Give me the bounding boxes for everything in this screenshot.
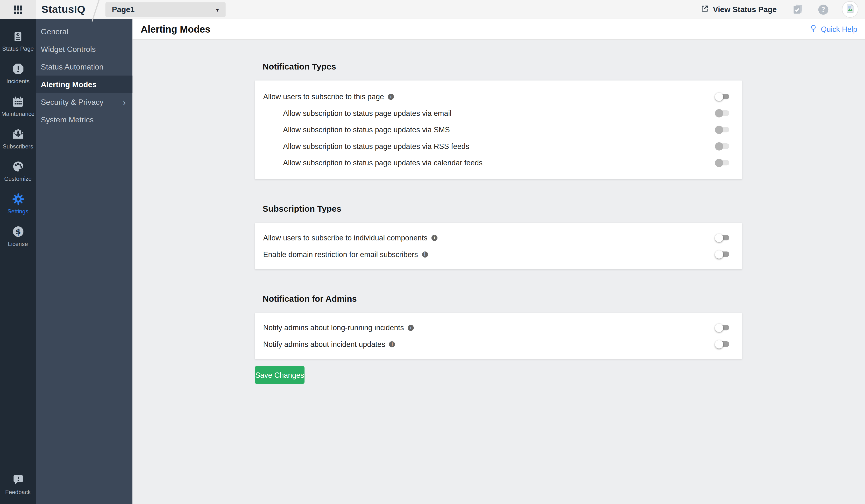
rail-item-status-page[interactable]: Status Page	[0, 25, 36, 57]
settings-sidebar: GeneralWidget ControlsStatus AutomationA…	[36, 19, 132, 504]
app-grid-button[interactable]	[0, 0, 36, 19]
settings-nav-item-label: Alerting Modes	[41, 80, 96, 89]
rail-item-label: Subscribers	[3, 143, 33, 149]
section-title: Notification Types	[263, 62, 865, 72]
toggle-allow-subscription-to-status-page-updates-via-email[interactable]	[716, 110, 729, 116]
left-rail: Status PageIncidentsMaintenanceSubscribe…	[0, 19, 36, 504]
rail-item-label: Maintenance	[1, 110, 35, 117]
settings-card: Notify admins about long-running inciden…	[255, 313, 742, 359]
toggle-enable-domain-restriction-for-email-subscribers[interactable]	[716, 251, 729, 257]
setting-label: Allow subscription to status page update…	[283, 109, 452, 117]
topbar: StatusIQ Page1 ▾ View Status Page	[0, 0, 865, 19]
quick-help-link[interactable]: Quick Help	[809, 24, 857, 34]
page-selector-value: Page1	[112, 5, 135, 14]
chevron-right-icon: ›	[123, 98, 126, 106]
app-grid-icon	[14, 5, 22, 13]
settings-nav-item-status-automation[interactable]: Status Automation	[36, 58, 132, 75]
view-status-page-link[interactable]: View Status Page	[701, 4, 777, 14]
page-selector-dropdown[interactable]: Page1 ▾	[105, 2, 226, 17]
rail-item-license[interactable]: $License	[0, 220, 36, 253]
setting-row: Allow users to subscribe to this pagei	[255, 88, 742, 105]
toggle-notify-admins-about-incident-updates[interactable]	[716, 341, 729, 347]
toggle-knob	[715, 92, 723, 101]
license-icon: $	[11, 225, 25, 238]
maintenance-icon	[12, 95, 24, 108]
topbar-right: View Status Page ?	[701, 1, 865, 18]
rail-item-label: Customize	[4, 175, 32, 182]
caret-down-icon: ▾	[216, 6, 219, 12]
toggle-knob	[715, 324, 723, 332]
setting-label: Allow subscription to status page update…	[283, 159, 483, 167]
settings-nav-item-label: General	[41, 27, 68, 36]
main-area: Alerting Modes Quick Help Notification T…	[132, 19, 865, 504]
setting-row: Allow subscription to status page update…	[255, 105, 742, 121]
rail-item-label: Status Page	[2, 45, 34, 52]
setting-row: Notify admins about incident updatesi	[255, 336, 742, 352]
status-page-icon	[12, 30, 24, 43]
section-title: Subscription Types	[263, 204, 865, 214]
rail-item-label: Incidents	[6, 78, 30, 84]
settings-nav-item-alerting-modes[interactable]: Alerting Modes	[36, 75, 132, 93]
section-title: Notification for Admins	[263, 294, 865, 304]
brand-logo[interactable]: StatusIQ	[41, 3, 85, 15]
quick-help-label: Quick Help	[821, 25, 857, 33]
rail-item-incidents[interactable]: Incidents	[0, 57, 36, 90]
settings-nav-item-system-metrics[interactable]: System Metrics	[36, 111, 132, 128]
settings-nav-item-label: Security & Privacy	[41, 97, 103, 106]
setting-label: Allow users to subscribe to individual c…	[263, 233, 428, 242]
setting-label: Notify admins about incident updates	[263, 340, 385, 348]
rail-item-maintenance[interactable]: Maintenance	[0, 90, 36, 122]
settings-nav-item-general[interactable]: General	[36, 23, 132, 40]
svg-text:?: ?	[821, 5, 826, 13]
settings-nav-item-label: System Metrics	[41, 115, 94, 124]
setting-row: Enable domain restriction for email subs…	[255, 246, 742, 262]
toggle-allow-subscription-to-status-page-updates-via-sms[interactable]	[716, 127, 729, 132]
setting-row: Allow users to subscribe to individual c…	[255, 229, 742, 246]
toggle-allow-subscription-to-status-page-updates-via-rss-feeds[interactable]	[716, 143, 729, 149]
section-notification-types: Notification TypesAllow users to subscri…	[132, 62, 865, 179]
setting-label: Enable domain restriction for email subs…	[263, 250, 418, 258]
info-icon[interactable]: i	[422, 251, 428, 257]
help-icon[interactable]: ?	[817, 3, 830, 16]
settings-nav-item-security-privacy[interactable]: Security & Privacy›	[36, 93, 132, 111]
statusiq-app: StatusIQ Page1 ▾ View Status Page	[0, 0, 865, 504]
page-title: Alerting Modes	[141, 23, 210, 35]
toggle-knob	[715, 109, 723, 117]
save-changes-button[interactable]: Save Changes	[255, 366, 304, 384]
info-icon[interactable]: i	[389, 341, 395, 347]
toggle-knob	[715, 250, 723, 258]
broken-image-avatar-icon	[844, 3, 856, 16]
rail-item-settings[interactable]: Settings	[0, 188, 36, 220]
toggle-knob	[715, 126, 723, 134]
info-icon[interactable]: i	[431, 235, 437, 241]
setting-label: Allow users to subscribe to this page	[263, 92, 384, 101]
toggle-notify-admins-about-long-running-incidents[interactable]	[716, 325, 729, 330]
toggle-allow-users-to-subscribe-to-this-page[interactable]	[716, 94, 729, 99]
setting-row: Allow subscription to status page update…	[255, 138, 742, 154]
subscribers-icon	[11, 127, 25, 141]
info-icon[interactable]: i	[388, 93, 394, 99]
external-link-icon	[701, 4, 709, 14]
feedback-icon	[12, 473, 24, 487]
section-notification-for-admins: Notification for AdminsNotify admins abo…	[132, 294, 865, 359]
user-avatar[interactable]	[842, 1, 858, 18]
settings-icon	[11, 192, 25, 206]
section-subscription-types: Subscription TypesAllow users to subscri…	[132, 204, 865, 269]
settings-nav-item-label: Status Automation	[41, 62, 104, 71]
rail-item-customize[interactable]: Customize	[0, 155, 36, 188]
setting-label: Allow subscription to status page update…	[283, 142, 469, 150]
settings-card: Allow users to subscribe to this pageiAl…	[255, 81, 742, 179]
rail-item-label: Feedback	[5, 489, 31, 495]
rail-item-subscribers[interactable]: Subscribers	[0, 122, 36, 155]
settings-nav-item-widget-controls[interactable]: Widget Controls	[36, 40, 132, 58]
settings-card: Allow users to subscribe to individual c…	[255, 223, 742, 269]
rail-item-label: Settings	[8, 208, 28, 214]
setting-row: Allow subscription to status page update…	[255, 154, 742, 171]
info-icon[interactable]: i	[408, 325, 414, 330]
tasks-icon[interactable]	[791, 3, 804, 16]
toggle-allow-subscription-to-status-page-updates-via-calendar-feeds[interactable]	[716, 160, 729, 165]
customize-icon	[11, 160, 25, 173]
toggle-allow-users-to-subscribe-to-individual-components[interactable]	[716, 235, 729, 241]
rail-item-label: License	[8, 241, 28, 247]
rail-item-feedback[interactable]: Feedback	[0, 468, 36, 501]
